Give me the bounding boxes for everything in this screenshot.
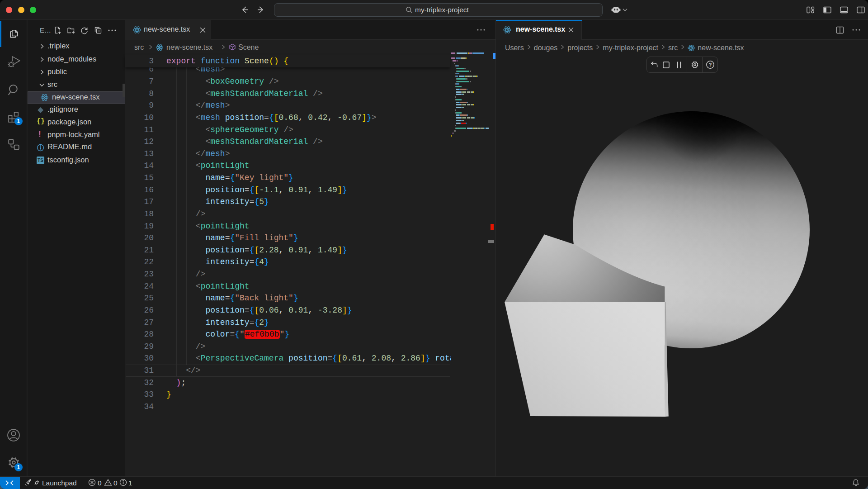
svg-text:?: ? [709,62,712,67]
